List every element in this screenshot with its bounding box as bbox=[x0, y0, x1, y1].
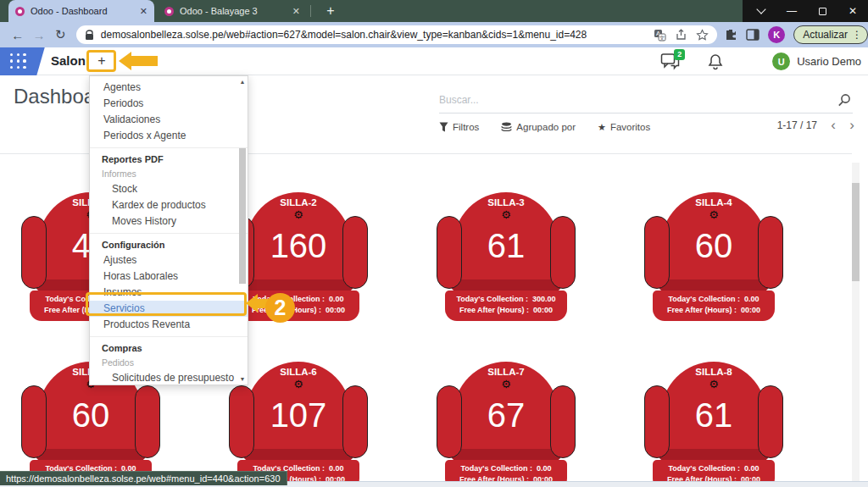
menu-item-moves-history[interactable]: Moves History bbox=[90, 213, 248, 230]
extensions-puzzle-icon[interactable] bbox=[724, 28, 737, 42]
gear-icon[interactable]: ⚙ bbox=[453, 209, 559, 221]
menu-item-stock[interactable]: Stock bbox=[90, 181, 248, 197]
star-icon: ★ bbox=[598, 122, 606, 133]
status-bar-link-preview: https://demosalonbelleza.solse.pe/web#me… bbox=[0, 471, 287, 485]
chair-name: SILLA-2 bbox=[246, 197, 351, 208]
gear-icon[interactable]: ⚙ bbox=[661, 379, 766, 390]
search-input[interactable] bbox=[439, 88, 812, 112]
share-icon[interactable] bbox=[675, 29, 687, 41]
toolbar-right: K Actualizar ⋮ bbox=[724, 25, 868, 44]
content-scrollbar[interactable] bbox=[852, 163, 860, 481]
browser-profile-avatar[interactable]: K bbox=[768, 26, 785, 43]
browser-menu-kebab-icon[interactable]: ⋮ bbox=[852, 29, 862, 41]
window-controls: — ✕ bbox=[746, 0, 868, 22]
odoo-favicon bbox=[164, 7, 174, 16]
gear-icon[interactable]: ⚙ bbox=[661, 209, 766, 221]
chair-card-silla-8[interactable]: Today's Collection :0.00 Free After (Hou… bbox=[644, 362, 783, 487]
menu-section-compras: Compras bbox=[90, 340, 248, 356]
window-restore-icon[interactable] bbox=[807, 0, 837, 22]
scroll-up-icon[interactable]: ▲ bbox=[238, 79, 247, 85]
favorites-button[interactable]: ★ Favoritos bbox=[598, 122, 650, 133]
chair-name: SILLA-8 bbox=[661, 367, 766, 377]
odoo-favicon bbox=[15, 7, 25, 16]
browser-tab-strip: Odoo - Dashboard ✕ Odoo - Balayage 3 ✕ +… bbox=[0, 0, 868, 22]
annotation-highlight-servicios bbox=[86, 292, 247, 316]
tab-separator bbox=[310, 5, 311, 17]
window-minimize-icon[interactable]: — bbox=[776, 0, 807, 22]
svg-text:文: 文 bbox=[659, 34, 665, 40]
menu-item-periodos[interactable]: Periodos bbox=[90, 96, 248, 112]
browser-toolbar: ← → ↻ demosalonbelleza.solse.pe/web#acti… bbox=[0, 22, 868, 47]
menu-item-validaciones[interactable]: Validaciones bbox=[90, 112, 248, 128]
back-icon[interactable]: ← bbox=[7, 28, 28, 42]
chair-card-silla-3[interactable]: Today's Collection :300.00 Free After (H… bbox=[437, 192, 576, 321]
chair-name: SILLA-6 bbox=[246, 367, 351, 377]
menu-item-kardex[interactable]: Kardex de productos bbox=[90, 197, 248, 213]
new-tab-button[interactable]: + bbox=[320, 1, 341, 21]
chair-card-silla-6[interactable]: Today's Collection :0.00 Free After (Hou… bbox=[229, 362, 368, 487]
menu-separator bbox=[90, 233, 248, 234]
menu-subsection-informes: Informes bbox=[90, 167, 248, 181]
update-chrome-button[interactable]: Actualizar ⋮ bbox=[793, 25, 868, 44]
filters-button[interactable]: Filtros bbox=[439, 122, 479, 132]
bell-icon bbox=[708, 53, 723, 70]
screen: Odoo - Dashboard ✕ Odoo - Balayage 3 ✕ +… bbox=[0, 0, 868, 487]
app-name[interactable]: Salon bbox=[51, 53, 86, 68]
gear-icon[interactable]: ⚙ bbox=[246, 209, 351, 221]
dropdown-scrollbar-thumb[interactable] bbox=[239, 148, 246, 284]
side-panel-icon[interactable] bbox=[746, 29, 760, 41]
bookmark-star-icon[interactable] bbox=[696, 29, 709, 42]
tab-close-icon[interactable]: ✕ bbox=[140, 6, 147, 17]
menu-item-periodos-x-agente[interactable]: Periodos x Agente bbox=[90, 128, 248, 144]
funnel-icon bbox=[439, 122, 448, 132]
chair-count: 61 bbox=[453, 228, 559, 263]
messages-button[interactable]: 2 bbox=[660, 53, 682, 71]
layers-icon bbox=[501, 122, 512, 133]
chair-name: SILLA-4 bbox=[661, 197, 766, 208]
pager-count: 1-17 / 17 bbox=[777, 119, 817, 131]
menu-item-productos-reventa[interactable]: Productos Reventa bbox=[90, 317, 248, 333]
translate-icon[interactable]: A文 bbox=[654, 29, 666, 42]
window-chevron-icon[interactable] bbox=[746, 0, 776, 22]
pager-prev-icon[interactable]: ‹ bbox=[831, 117, 836, 134]
tab-close-icon[interactable]: ✕ bbox=[292, 6, 300, 17]
menu-item-agentes[interactable]: Agentes bbox=[90, 80, 248, 96]
salon-menu-dropdown: Agentes Periodos Validaciones Periodos x… bbox=[89, 75, 248, 385]
window-close-icon[interactable]: ✕ bbox=[837, 0, 868, 22]
reload-icon[interactable]: ↻ bbox=[50, 27, 71, 42]
menu-item-ajustes[interactable]: Ajustes bbox=[90, 252, 248, 268]
messages-badge: 2 bbox=[674, 49, 685, 60]
chair-card-silla-4[interactable]: Today's Collection :0.00 Free After (Hou… bbox=[644, 192, 783, 321]
chair-count: 61 bbox=[661, 397, 766, 433]
lock-icon bbox=[85, 30, 94, 41]
user-name[interactable]: Usario Demo bbox=[797, 55, 861, 68]
address-bar[interactable]: demosalonbelleza.solse.pe/web#action=627… bbox=[76, 25, 718, 44]
dropdown-scrollbar[interactable]: ▲ ▼ bbox=[238, 79, 247, 382]
chair-seat: Today's Collection :300.00 Free After (H… bbox=[445, 291, 567, 321]
navbar-right: 2 U Usario Demo bbox=[660, 47, 861, 75]
chair-count: 160 bbox=[246, 228, 351, 263]
user-avatar[interactable]: U bbox=[772, 53, 790, 70]
group-by-button[interactable]: Agrupado por bbox=[501, 122, 576, 133]
content-scrollbar-thumb[interactable] bbox=[852, 183, 860, 281]
scroll-down-icon[interactable]: ▼ bbox=[238, 376, 247, 382]
chair-name: SILLA-7 bbox=[453, 367, 559, 377]
tab-title: Odoo - Dashboard bbox=[31, 6, 135, 16]
tab-balayage[interactable]: Odoo - Balayage 3 ✕ bbox=[158, 0, 307, 22]
tab-dashboard[interactable]: Odoo - Dashboard ✕ bbox=[8, 0, 154, 22]
pager-next-icon[interactable]: › bbox=[849, 117, 854, 134]
search-icon[interactable] bbox=[837, 93, 851, 107]
apps-grid-icon[interactable] bbox=[10, 53, 27, 69]
chair-count: 60 bbox=[38, 397, 143, 433]
forward-icon[interactable]: → bbox=[28, 28, 49, 42]
chair-card-silla-7[interactable]: Today's Collection :0.00 Free After (Hou… bbox=[437, 362, 576, 487]
search-zone bbox=[439, 88, 853, 113]
menu-item-solicitudes[interactable]: Solicitudes de presupuesto bbox=[90, 370, 248, 385]
chair-count: 107 bbox=[246, 397, 351, 433]
gear-icon[interactable]: ⚙ bbox=[246, 379, 351, 390]
menu-item-horas-laborales[interactable]: Horas Laborales bbox=[90, 268, 248, 285]
annotation-step-badge: 2 bbox=[265, 293, 295, 323]
url-text: demosalonbelleza.solse.pe/web#action=627… bbox=[101, 29, 646, 41]
notifications-bell-button[interactable] bbox=[708, 53, 723, 70]
gear-icon[interactable]: ⚙ bbox=[453, 379, 559, 390]
